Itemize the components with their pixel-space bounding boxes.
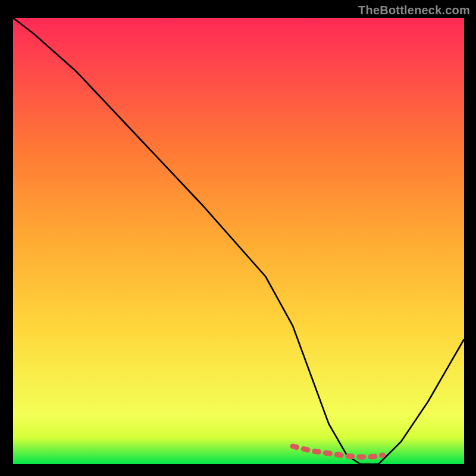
curve-overlay: [13, 18, 464, 464]
chart-container: TheBottleneck.com: [0, 0, 476, 476]
plot-area: [13, 18, 464, 464]
bottleneck-curve: [13, 18, 464, 464]
attribution-label: TheBottleneck.com: [358, 4, 470, 17]
sweet-spot-band: [293, 446, 383, 457]
